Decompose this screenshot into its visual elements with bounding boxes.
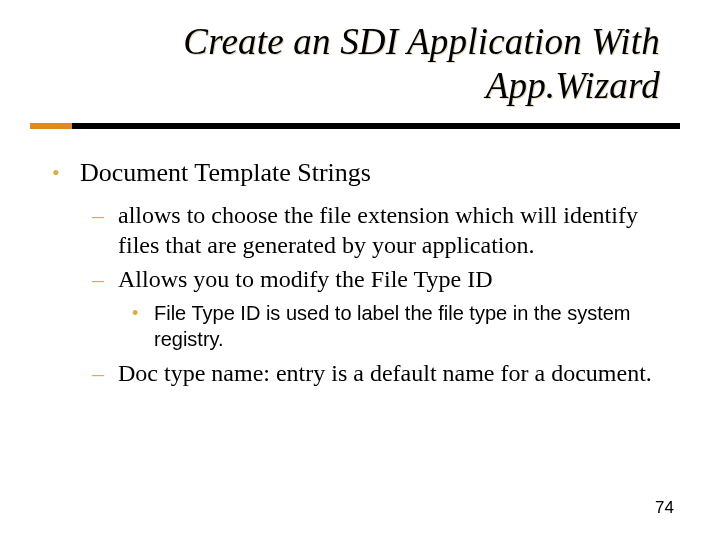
title-underline [50, 117, 670, 135]
rule-accent [30, 123, 72, 129]
bullet-icon: • [132, 300, 154, 352]
content-area: • Document Template Strings – allows to … [50, 157, 670, 388]
sub2-text: Allows you to modify the File Type ID [118, 264, 493, 294]
dash-icon: – [92, 264, 118, 294]
level3-group: • File Type ID is used to label the file… [132, 300, 670, 352]
level2-group: – allows to choose the file extension wh… [92, 200, 670, 388]
bullet-level1: • Document Template Strings [50, 157, 670, 190]
rule-main [72, 123, 680, 129]
bullet-level2: – Doc type name: entry is a default name… [92, 358, 670, 388]
bullet-level2: – Allows you to modify the File Type ID [92, 264, 670, 294]
page-number: 74 [655, 498, 674, 518]
bullet-level2: – allows to choose the file extension wh… [92, 200, 670, 260]
dash-icon: – [92, 200, 118, 260]
slide: Create an SDI Application With App.Wizar… [0, 0, 720, 540]
bullet-level3: • File Type ID is used to label the file… [132, 300, 670, 352]
subsub1-text: File Type ID is used to label the file t… [154, 300, 670, 352]
sub3-text: Doc type name: entry is a default name f… [118, 358, 652, 388]
dash-icon: – [92, 358, 118, 388]
bullet1-text: Document Template Strings [80, 157, 371, 190]
slide-title: Create an SDI Application With App.Wizar… [50, 20, 670, 107]
bullet-icon: • [50, 157, 80, 190]
title-line-2: App.Wizard [486, 65, 660, 106]
sub1-text: allows to choose the file extension whic… [118, 200, 670, 260]
title-line-1: Create an SDI Application With [183, 21, 660, 62]
